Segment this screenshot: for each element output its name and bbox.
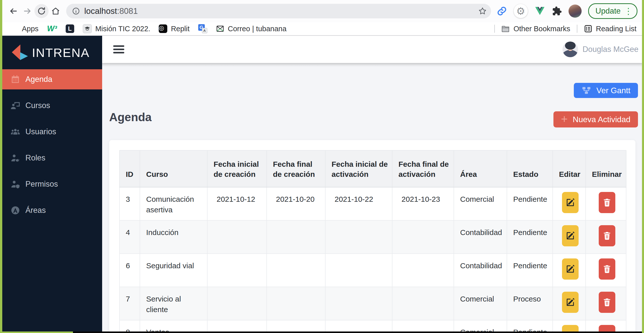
reading-list-icon [584,24,592,33]
bookmark-w3schools[interactable]: W³ [47,24,57,33]
cell-fecha-inicial-activacion [325,287,392,320]
bookmark-star-icon[interactable] [478,7,487,16]
cell-id: 3 [119,187,140,220]
col-header-area: Área [454,150,507,187]
table-row: 8 Ventas Comercial Pendiente [119,320,626,331]
vue-devtools-icon[interactable] [534,6,545,16]
cell-curso: Seguridad vial [140,254,207,287]
edit-button[interactable] [562,225,579,246]
sidebar-item-label: Agenda [25,75,52,84]
bookmark-correo[interactable]: Correo | tubanana [216,24,287,33]
bookmark-label: Misión TIC 2022. [95,25,150,33]
screen-edge-bar [73,331,642,333]
edit-button[interactable] [562,192,579,213]
home-icon[interactable] [49,4,63,18]
cell-estado: Pendiente [507,187,553,220]
reading-list[interactable]: Reading List [584,24,636,33]
browser-profile-avatar[interactable] [569,5,582,18]
cell-fecha-final-creacion [267,254,325,287]
edit-button[interactable] [562,258,579,280]
cell-eliminar [586,220,626,254]
bookmark-lucid[interactable]: L [66,24,74,33]
ver-gantt-label: Ver Gantt [596,86,630,95]
sidebar-item-agenda[interactable]: Agenda [2,69,102,89]
bookmark-apps[interactable]: Apps [10,24,38,33]
delete-button[interactable] [599,258,615,280]
calendar-icon [10,74,20,84]
sidebar-item-areas[interactable]: Áreas [2,200,102,220]
other-bookmarks[interactable]: Other Bookmarks [501,24,570,33]
bookmark-label: Apps [22,25,38,33]
user-avatar [562,42,578,57]
col-header-curso: Curso [140,150,207,187]
cell-eliminar [586,287,626,320]
col-header-fecha-final-activacion: Fecha final de activación [392,150,454,187]
cell-curso: Ventas [140,320,207,331]
sidebar-item-permisos[interactable]: Permisos [2,174,102,194]
cell-fecha-final-activacion [392,254,454,287]
cell-editar [553,254,586,287]
delete-button[interactable] [599,325,615,331]
sidebar-item-label: Roles [25,153,45,162]
nueva-actividad-button[interactable]: + Nueva Actividad [553,111,638,127]
cell-estado: Proceso [507,287,553,320]
hamburger-menu-icon[interactable] [113,45,124,53]
delete-button[interactable] [599,192,615,213]
cell-id: 6 [119,254,140,287]
cell-eliminar [586,320,626,331]
back-icon[interactable] [6,4,20,18]
cell-editar [553,187,586,220]
chalkboard-teacher-icon [10,101,20,111]
sidebar-item-usuarios[interactable]: Usuarios [2,122,102,142]
user-menu[interactable]: Douglas McGee [562,42,638,57]
chrome-update-button[interactable]: Update ⋮ [588,3,637,19]
ver-gantt-button[interactable]: Ver Gantt [574,83,638,98]
table-row: 6 Seguridad vial Contabilidad Pendiente [119,254,626,287]
info-icon[interactable] [72,7,80,15]
user-shield-icon [10,179,20,189]
edit-button[interactable] [562,292,579,313]
pencil-square-icon [566,264,575,274]
col-header-fecha-inicial-creacion: Fecha inicial de creación [207,150,267,187]
trash-icon [602,297,612,307]
address-bar[interactable]: localhost:8081 [66,4,491,18]
forward-icon[interactable] [20,4,34,18]
col-header-id: ID [119,150,140,187]
bookmark-replit[interactable]: ◎ Replit [159,24,189,33]
cell-fecha-inicial-creacion [207,220,267,254]
cell-editar [553,320,586,331]
bookmark-translate[interactable]: GA [198,24,207,33]
trash-icon [602,264,612,274]
extensions-puzzle-icon[interactable] [552,6,562,16]
trash-icon [602,198,612,207]
gear-extension-icon[interactable]: ⚙ [514,4,528,18]
sidebar-item-cursos[interactable]: Cursos [2,95,102,116]
bookmarks-bar: Apps W³ L Misión TIC 2022. ◎ Replit GA [2,22,642,36]
link-extension-icon[interactable] [497,6,507,16]
cell-editar [553,220,586,254]
cell-fecha-inicial-creacion [207,287,267,320]
reload-icon[interactable] [34,4,49,18]
delete-button[interactable] [599,292,615,313]
col-header-fecha-inicial-activacion: Fecha inicial de activación [325,150,392,187]
kebab-menu-icon[interactable]: ⋮ [624,7,633,15]
intrena-app: INTRENA Agenda Cursos [2,36,642,331]
sidebar-item-label: Cursos [25,101,50,110]
users-group-icon [10,127,20,137]
bookmark-label: Other Bookmarks [513,25,570,33]
col-header-estado: Estado [507,150,553,187]
cell-fecha-inicial-activacion: 2021-10-22 [325,187,392,220]
brand-logo: INTRENA [2,36,102,69]
pencil-square-icon [566,297,575,307]
cell-area: Contabilidad [454,220,507,254]
cell-id: 7 [119,287,140,320]
edit-button[interactable] [562,325,579,331]
delete-button[interactable] [599,225,615,246]
cell-fecha-inicial-creacion: 2021-10-12 [207,187,267,220]
sidebar-item-roles[interactable]: Roles [2,148,102,168]
bookmark-mision-tic[interactable]: Misión TIC 2022. [83,24,150,33]
url-text: localhost:8081 [84,6,138,16]
gradcap-icon [83,24,92,33]
page-title: Agenda [109,110,152,124]
cell-fecha-final-activacion [392,220,454,254]
